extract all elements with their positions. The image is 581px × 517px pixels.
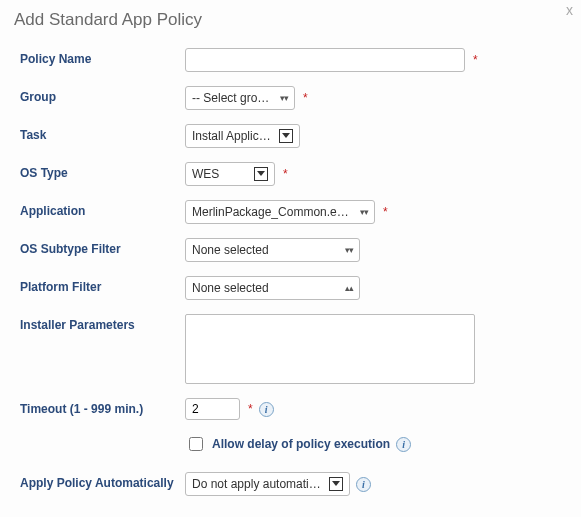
row-group: Group -- Select group -- ▾▾ *	[20, 86, 569, 110]
label-allow-delay: Allow delay of policy execution	[212, 437, 390, 451]
required-marker: *	[248, 402, 253, 416]
timeout-input[interactable]	[185, 398, 240, 420]
label-apply-auto: Apply Policy Automatically	[20, 472, 185, 490]
required-marker: *	[473, 53, 478, 67]
row-allow-delay: Allow delay of policy execution i	[185, 434, 569, 454]
label-platform-filter: Platform Filter	[20, 276, 185, 294]
row-platform-filter: Platform Filter None selected ▴▴	[20, 276, 569, 300]
installer-parameters-input[interactable]	[185, 314, 475, 384]
allow-delay-checkbox[interactable]	[189, 437, 203, 451]
dialog: x Add Standard App Policy Policy Name * …	[0, 0, 581, 517]
label-os-type: OS Type	[20, 162, 185, 180]
row-installer-parameters: Installer Parameters	[20, 314, 569, 384]
chevron-down-icon: ▾▾	[360, 207, 368, 217]
close-icon[interactable]: x	[566, 2, 573, 18]
os-type-select[interactable]: WES	[185, 162, 275, 186]
chevron-down-icon: ▴▴	[345, 283, 353, 293]
task-select-value: Install Application	[192, 129, 273, 143]
group-select[interactable]: -- Select group -- ▾▾	[185, 86, 295, 110]
os-subtype-filter-value: None selected	[192, 243, 269, 257]
row-os-subtype-filter: OS Subtype Filter None selected ▾▾	[20, 238, 569, 262]
apply-auto-select[interactable]: Do not apply automatically	[185, 472, 350, 496]
policy-name-input[interactable]	[185, 48, 465, 72]
chevron-down-icon: ▾▾	[345, 245, 353, 255]
application-select-value: MerlinPackage_Common.exe (Loc	[192, 205, 354, 219]
label-application: Application	[20, 200, 185, 218]
label-policy-name: Policy Name	[20, 48, 185, 66]
row-policy-name: Policy Name *	[20, 48, 569, 72]
platform-filter-select[interactable]: None selected ▴▴	[185, 276, 360, 300]
label-group: Group	[20, 86, 185, 104]
row-timeout: Timeout (1 - 999 min.) * i	[20, 398, 569, 420]
row-application: Application MerlinPackage_Common.exe (Lo…	[20, 200, 569, 224]
info-icon[interactable]: i	[259, 402, 274, 417]
os-subtype-filter-select[interactable]: None selected ▾▾	[185, 238, 360, 262]
required-marker: *	[303, 91, 308, 105]
info-icon[interactable]: i	[396, 437, 411, 452]
required-marker: *	[283, 167, 288, 181]
os-type-select-value: WES	[192, 167, 219, 181]
chevron-down-icon	[254, 167, 268, 181]
label-installer-parameters: Installer Parameters	[20, 314, 185, 332]
row-task: Task Install Application	[20, 124, 569, 148]
form: Policy Name * Group -- Select group -- ▾…	[12, 48, 569, 514]
label-task: Task	[20, 124, 185, 142]
row-os-type: OS Type WES *	[20, 162, 569, 186]
label-timeout: Timeout (1 - 999 min.)	[20, 398, 185, 416]
task-select[interactable]: Install Application	[185, 124, 300, 148]
platform-filter-value: None selected	[192, 281, 269, 295]
info-icon[interactable]: i	[356, 477, 371, 492]
apply-auto-value: Do not apply automatically	[192, 477, 323, 491]
application-select[interactable]: MerlinPackage_Common.exe (Loc ▾▾	[185, 200, 375, 224]
chevron-down-icon	[329, 477, 343, 491]
dialog-title: Add Standard App Policy	[14, 10, 569, 30]
chevron-down-icon	[279, 129, 293, 143]
row-apply-auto: Apply Policy Automatically Do not apply …	[20, 472, 569, 496]
required-marker: *	[383, 205, 388, 219]
label-os-subtype-filter: OS Subtype Filter	[20, 238, 185, 256]
chevron-down-icon: ▾▾	[280, 93, 288, 103]
group-select-value: -- Select group --	[192, 91, 274, 105]
